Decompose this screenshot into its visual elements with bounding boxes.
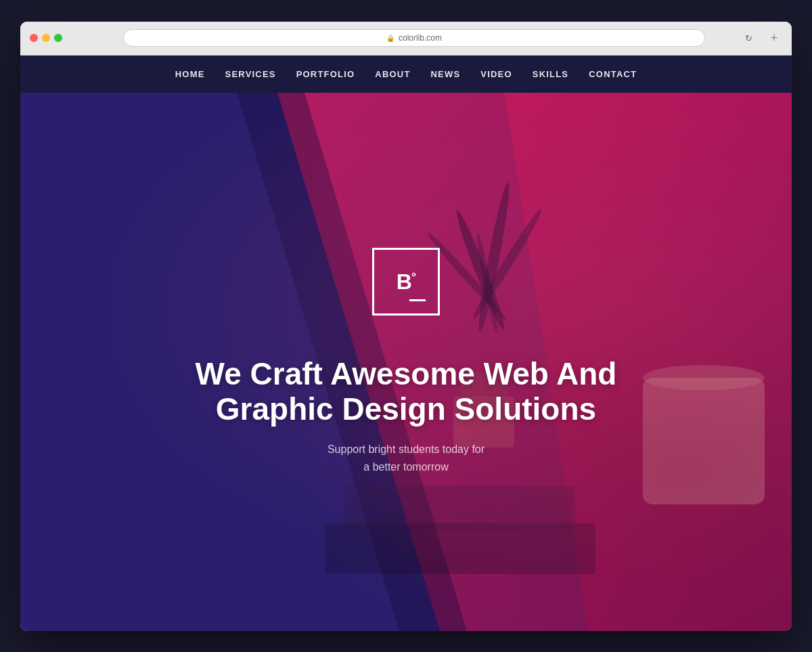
address-bar[interactable]: 🔒 colorlib.com [123,29,705,47]
hero-subtitle-line2: a better tomorrow [363,461,448,473]
traffic-lights [30,34,62,42]
logo-box: B° [372,248,440,316]
hero-content: B° We Craft Awesome Web And Graphic Desi… [196,248,617,476]
logo-underscore [409,299,426,301]
svg-rect-9 [643,377,765,504]
nav-item-about[interactable]: ABOUT [375,69,410,79]
nav-item-video[interactable]: VIDEO [480,69,512,79]
nav-item-news[interactable]: NEWS [431,69,461,79]
navigation: HOME SERVICES PORTFOLIO ABOUT NEWS VIDEO… [20,56,792,93]
nav-item-home[interactable]: HOME [175,69,205,79]
svg-rect-12 [345,485,575,529]
svg-rect-11 [325,523,595,574]
browser-content: HOME SERVICES PORTFOLIO ABOUT NEWS VIDEO… [20,56,792,631]
nav-item-services[interactable]: SERVICES [225,69,276,79]
logo-container: B° [372,248,440,316]
browser-chrome: 🔒 colorlib.com ↻ + [20,22,792,56]
nav-item-skills[interactable]: SKILLS [533,69,568,79]
new-tab-button[interactable]: + [766,30,782,46]
lock-icon: 🔒 [386,35,394,42]
hero-title-line2: Graphic Design Solutions [216,391,596,427]
svg-point-10 [643,365,765,390]
hero-section: B° We Craft Awesome Web And Graphic Desi… [20,93,792,631]
maximize-button[interactable] [54,34,62,42]
reload-icon[interactable]: ↻ [745,33,752,43]
nav-item-portfolio[interactable]: PORTFOLIO [296,69,355,79]
hero-title-line1: We Craft Awesome Web And [196,356,617,391]
address-bar-container: 🔒 colorlib.com ↻ [96,29,732,47]
close-button[interactable] [30,34,38,42]
hero-subtitle-line1: Support bright students today for [328,443,484,455]
url-text: colorlib.com [399,33,442,43]
logo-superscript: ° [411,270,415,284]
nav-item-contact[interactable]: CONTACT [589,69,637,79]
logo-text: B° [397,271,415,292]
minimize-button[interactable] [42,34,50,42]
hero-subtitle: Support bright students today for a bett… [328,441,484,475]
logo-letter: B [397,269,411,294]
browser-window: 🔒 colorlib.com ↻ + HOME SERVICES PORTFOL… [20,22,792,631]
hero-title: We Craft Awesome Web And Graphic Design … [196,356,617,428]
